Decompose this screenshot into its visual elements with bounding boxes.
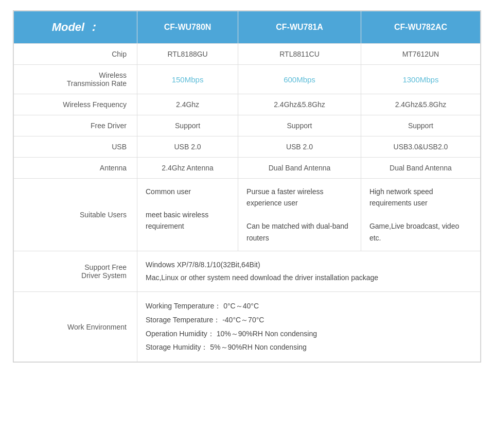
wireless-rate-col2: 600Mbps <box>238 65 361 94</box>
usb-col2: USB 2.0 <box>238 136 361 158</box>
suitable-col3-line1: High network speed requirements user <box>369 187 433 207</box>
wireless-freq-col3: 2.4Ghz&5.8Ghz <box>361 94 480 115</box>
wireless-rate-row: WirelessTransmission Rate 150Mbps 600Mbp… <box>14 65 481 94</box>
header-row: Model ： CF-WU780N CF-WU781A CF-WU782AC <box>14 11 481 44</box>
chip-col1: RTL8188GU <box>137 44 238 65</box>
col2-header: CF-WU781A <box>238 11 361 44</box>
work-env-line2: Storage Temperature： -40°C～70°C <box>146 313 472 327</box>
work-env-line3: Operation Humidity： 10%～90%RH Non conden… <box>146 327 472 341</box>
antenna-col3: Dual Band Antenna <box>361 158 480 179</box>
suitable-col3-line2: Game,Live broadcast, video etc. <box>369 222 459 242</box>
col3-header: CF-WU782AC <box>361 11 480 44</box>
support-line2: Mac,Linux or other system need download … <box>146 271 472 284</box>
wireless-freq-row: Wireless Frequency 2.4Ghz 2.4Ghz&5.8Ghz … <box>14 94 481 115</box>
wireless-rate-col3: 1300Mbps <box>361 65 480 94</box>
work-env-line1: Working Temperature： 0°C～40°C <box>146 299 472 313</box>
col1-header: CF-WU780N <box>137 11 238 44</box>
antenna-col1: 2.4Ghz Antenna <box>137 158 238 179</box>
wireless-rate-col1: 150Mbps <box>137 65 238 94</box>
suitable-users-label: Suitable Users <box>14 179 137 251</box>
wireless-freq-col1: 2.4Ghz <box>137 94 238 115</box>
suitable-users-col2: Pursue a faster wireless experience user… <box>238 179 361 251</box>
support-free-driver-label: Support FreeDriver System <box>14 251 137 291</box>
antenna-row: Antenna 2.4Ghz Antenna Dual Band Antenna… <box>14 158 481 179</box>
usb-label: USB <box>14 136 137 158</box>
suitable-col2-line1: Pursue a faster wireless experience user <box>246 187 323 207</box>
usb-col1: USB 2.0 <box>137 136 238 158</box>
chip-col2: RTL8811CU <box>238 44 361 65</box>
suitable-users-row: Suitable Users Common user meet basic wi… <box>14 179 481 251</box>
suitable-col1-line2: meet basic wireless requirement <box>146 211 208 230</box>
usb-row: USB USB 2.0 USB 2.0 USB3.0&USB2.0 <box>14 136 481 158</box>
wireless-rate-label: WirelessTransmission Rate <box>14 65 137 94</box>
suitable-col1-line1: Common user <box>146 187 191 196</box>
model-label: Model ： <box>14 11 137 44</box>
usb-col3: USB3.0&USB2.0 <box>361 136 480 158</box>
free-driver-row: Free Driver Support Support Support <box>14 115 481 136</box>
antenna-label: Antenna <box>14 158 137 179</box>
work-env-row: Work Environment Working Temperature： 0°… <box>14 292 481 361</box>
support-free-driver-content: Windows XP/7/8/8.1/10(32Bit,64Bit) Mac,L… <box>137 251 481 291</box>
support-free-driver-row: Support FreeDriver System Windows XP/7/8… <box>14 251 481 291</box>
free-driver-label: Free Driver <box>14 115 137 136</box>
free-driver-col2: Support <box>238 115 361 136</box>
free-driver-col3: Support <box>361 115 480 136</box>
work-env-label: Work Environment <box>14 292 137 361</box>
comparison-table: Model ： CF-WU780N CF-WU781A CF-WU782AC C… <box>13 10 481 363</box>
suitable-col2-line2: Can be matched with dual-band routers <box>246 222 348 242</box>
work-env-line4: Storage Humidity： 5%～90%RH Non condensin… <box>146 340 472 354</box>
chip-col3: MT7612UN <box>361 44 480 65</box>
wireless-freq-col2: 2.4Ghz&5.8Ghz <box>238 94 361 115</box>
antenna-col2: Dual Band Antenna <box>238 158 361 179</box>
chip-label: Chip <box>14 44 137 65</box>
chip-row: Chip RTL8188GU RTL8811CU MT7612UN <box>14 44 481 65</box>
support-line1: Windows XP/7/8/8.1/10(32Bit,64Bit) <box>146 259 472 271</box>
free-driver-col1: Support <box>137 115 238 136</box>
suitable-users-col1: Common user meet basic wireless requirem… <box>137 179 238 251</box>
suitable-users-col3: High network speed requirements user Gam… <box>361 179 480 251</box>
work-env-content: Working Temperature： 0°C～40°C Storage Te… <box>137 292 481 361</box>
wireless-freq-label: Wireless Frequency <box>14 94 137 115</box>
